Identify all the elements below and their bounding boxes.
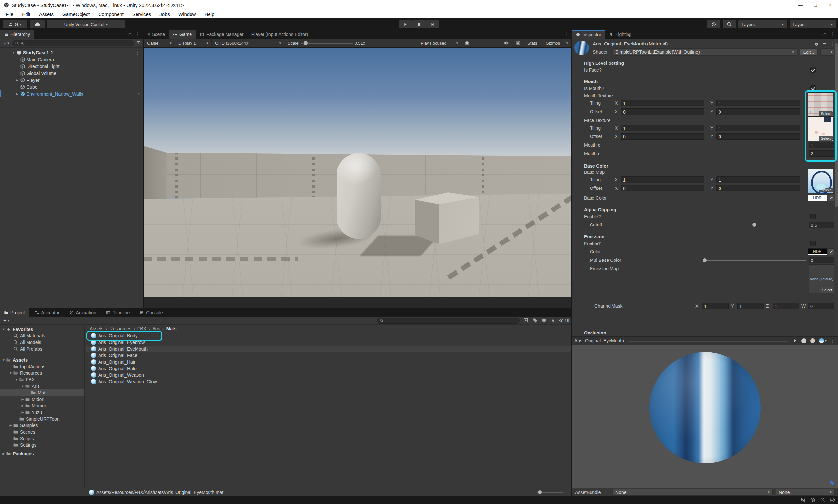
scale-slider-knob[interactable]	[304, 41, 308, 45]
select-button[interactable]: Select	[819, 111, 833, 116]
tree-all-prefabs[interactable]: All Prefabs	[0, 346, 85, 352]
expand-arrow-icon[interactable]: ▼	[1, 358, 6, 362]
menu-component[interactable]: Component	[94, 10, 128, 18]
layers-dropdown[interactable]: Layers ▾	[738, 20, 787, 29]
mouth-tiling-y-input[interactable]: 1	[716, 100, 800, 106]
asset-labels-icon[interactable]	[830, 480, 835, 485]
channel-y-input[interactable]: 1	[737, 303, 764, 309]
file-aris-original-weapon-glow[interactable]: Aris_Original_Weapon_Glow	[86, 378, 571, 385]
tree-fbx[interactable]: ▼ FBX	[0, 376, 85, 383]
tab-inspector[interactable]: Inspector	[572, 30, 605, 39]
tree-inputactions[interactable]: InputActions	[0, 363, 85, 370]
is-face-checkbox[interactable]	[810, 67, 816, 73]
alpha-enable-checkbox[interactable]	[810, 214, 816, 219]
display-dropdown[interactable]: Display 1 ▾	[175, 38, 212, 48]
file-aris-original-face[interactable]: Aris_Original_Face	[86, 352, 571, 359]
tab-animator[interactable]: Animator	[31, 308, 64, 317]
assetbundle-variant-dropdown[interactable]: None ▾	[776, 489, 835, 496]
file-aris-original-body[interactable]: Aris_Original_Body	[86, 332, 571, 339]
lock-icon[interactable]	[823, 32, 827, 37]
mouth-offset-y-input[interactable]: 0	[716, 108, 800, 115]
base-offset-y-input[interactable]: 0	[716, 185, 800, 192]
hierarchy-search-input[interactable]: All	[13, 40, 134, 47]
maximize-button[interactable]: □	[808, 0, 823, 10]
tree-mats-selected[interactable]: Mats	[0, 390, 85, 396]
tab-game[interactable]: Game	[169, 30, 196, 39]
collab-disabled-icon[interactable]	[810, 497, 816, 503]
tree-resources[interactable]: ▼ Resources	[0, 370, 85, 376]
face-tiling-y-input[interactable]: 1	[716, 125, 800, 131]
scene-picker-icon[interactable]	[136, 40, 141, 46]
mute-audio-button[interactable]	[500, 38, 512, 48]
kebab-menu-icon[interactable]: ⋮	[831, 338, 835, 344]
base-offset-x-input[interactable]: 0	[621, 185, 705, 192]
menu-services[interactable]: Services	[128, 10, 156, 18]
menu-help[interactable]: Help	[200, 10, 219, 18]
file-aris-original-weapon[interactable]: Aris_Original_Weapon	[86, 372, 571, 378]
face-texture-thumbnail[interactable]: Select	[808, 117, 834, 141]
tree-scripts[interactable]: Scripts	[0, 435, 85, 442]
menu-window[interactable]: Window	[174, 10, 200, 18]
layout-dropdown[interactable]: Layout ▾	[789, 20, 836, 29]
mouth-offset-x-input[interactable]: 0	[621, 108, 705, 115]
tree-aris[interactable]: ▼ Aris	[0, 383, 85, 390]
create-asset-button[interactable]: + ▾	[2, 318, 11, 324]
tree-all-materials[interactable]: All Materials	[0, 332, 85, 339]
preview-lighting-icon[interactable]	[810, 338, 815, 343]
tree-all-models[interactable]: All Models	[0, 339, 85, 346]
lock-icon[interactable]	[128, 32, 132, 37]
play-focused-dropdown[interactable]: Play Focused ▾	[417, 38, 461, 48]
close-button[interactable]: ×	[823, 0, 838, 10]
hierarchy-item-global-volume[interactable]: Global Volume	[0, 70, 143, 76]
hidden-count-toggle[interactable]: 19	[559, 318, 569, 323]
collapse-arrow-icon[interactable]: ▶	[20, 398, 25, 401]
select-button[interactable]: Select	[819, 188, 833, 193]
face-offset-x-input[interactable]: 0	[621, 133, 705, 140]
mouth-r-input[interactable]: 2	[808, 150, 835, 157]
tab-hierarchy[interactable]: Hierarchy	[0, 30, 34, 39]
stats-button[interactable]: Stats	[524, 38, 542, 48]
kebab-menu-icon[interactable]: ⋮	[136, 32, 140, 37]
notifications-muted-icon[interactable]	[800, 497, 806, 503]
kebab-menu-icon[interactable]: ⋮	[831, 32, 835, 37]
menu-jobs[interactable]: Jobs	[155, 10, 174, 18]
tree-assets[interactable]: ▼ Assets	[0, 357, 85, 363]
vsync-button[interactable]	[512, 38, 524, 48]
thumbnail-size-knob[interactable]	[538, 490, 542, 494]
presets-icon[interactable]	[822, 42, 826, 47]
scrollbar-thumb[interactable]	[835, 43, 838, 207]
channel-x-input[interactable]: 1	[702, 303, 729, 309]
cutoff-slider[interactable]	[703, 224, 806, 225]
hierarchy-item-main-camera[interactable]: Main Camera	[0, 56, 143, 63]
tab-package-manager[interactable]: Package Manager	[196, 30, 248, 39]
preview-play-icon[interactable]	[793, 338, 798, 343]
expand-arrow-icon[interactable]: ▼	[1, 328, 6, 331]
base-color-swatch[interactable]: HDR	[808, 195, 827, 201]
material-preview-header[interactable]: Aris_Original_EyeMouth ▾ ⋮	[572, 337, 838, 345]
scale-slider[interactable]	[301, 42, 353, 43]
help-icon[interactable]	[814, 42, 819, 47]
mul-slider-knob[interactable]	[703, 258, 707, 262]
thumbnail-size-slider[interactable]	[537, 491, 563, 492]
face-tiling-x-input[interactable]: 1	[621, 125, 705, 131]
account-dropdown[interactable]: G ▾	[3, 20, 28, 29]
tree-samples[interactable]: ▶ Samples	[0, 422, 85, 429]
shader-dropdown[interactable]: SimpleURPToonLitExample(With Outline) ▾	[612, 49, 797, 56]
kebab-menu-icon[interactable]: ⋮	[564, 32, 569, 37]
breadcrumb-resources[interactable]: Resources	[109, 326, 131, 331]
material-preview-area[interactable]	[572, 345, 838, 488]
hierarchy-item-environment-narrow-walls[interactable]: ▶ Environment_Narrow_Walls ›	[0, 90, 143, 97]
channel-w-input[interactable]: 0	[808, 303, 835, 309]
file-aris-original-eyemouth-selected[interactable]: Aris_Original_EyeMouth	[86, 346, 571, 352]
collapse-arrow-icon[interactable]: ▶	[8, 424, 13, 427]
mouth-tiling-x-input[interactable]: 1	[621, 100, 705, 106]
auto-refresh-disabled-icon[interactable]	[820, 497, 825, 503]
hierarchy-item-cube[interactable]: Cube	[0, 84, 143, 90]
breadcrumb-assets[interactable]: Assets	[90, 326, 104, 331]
version-control-dropdown[interactable]: Unity Version Control ▾	[47, 20, 125, 29]
shader-menu-dropdown[interactable]: ▾	[820, 49, 835, 56]
select-button[interactable]: Select	[819, 136, 833, 141]
minimize-button[interactable]: —	[793, 0, 808, 10]
tab-project[interactable]: Project	[0, 308, 29, 317]
collapse-arrow-icon[interactable]: ▶	[1, 452, 6, 455]
